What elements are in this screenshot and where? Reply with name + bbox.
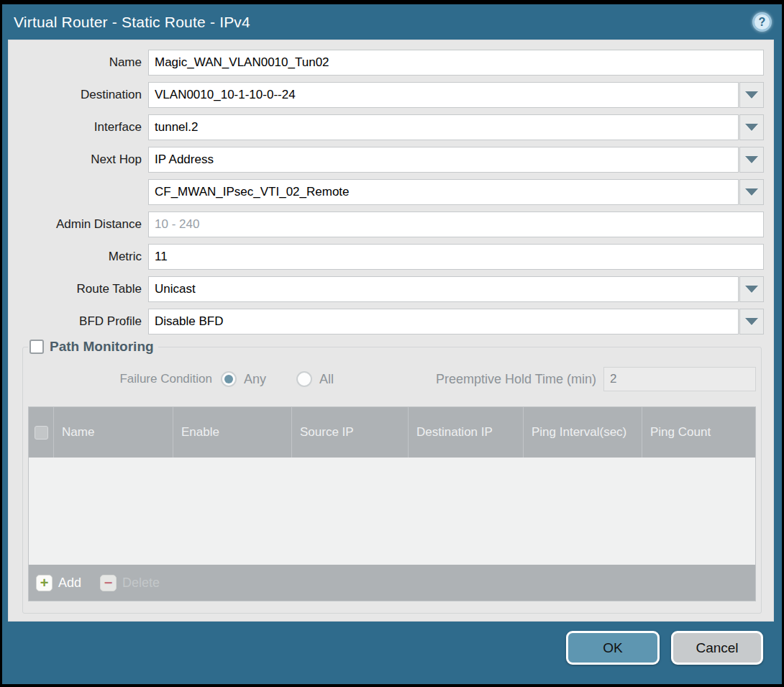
- table-header-row: Name Enable Source IP Destination IP Pin…: [29, 407, 755, 458]
- preemptive-hold-time-label: Preemptive Hold Time (min): [436, 372, 603, 387]
- path-monitoring-title: Path Monitoring: [50, 339, 154, 355]
- minus-icon: −: [100, 575, 117, 591]
- interface-input[interactable]: [148, 114, 739, 140]
- metric-input[interactable]: [148, 244, 764, 270]
- radio-selected-dot: [224, 375, 233, 383]
- chevron-down-icon: [745, 91, 758, 99]
- add-button[interactable]: + Add: [36, 575, 81, 591]
- failure-condition-all-option: All: [296, 371, 334, 387]
- chevron-down-icon: [745, 156, 758, 163]
- next-hop-dropdown-button[interactable]: [739, 147, 764, 173]
- destination-label: Destination: [9, 88, 148, 102]
- admin-distance-input[interactable]: [148, 211, 764, 237]
- name-label: Name: [9, 55, 148, 70]
- static-route-form: Name Destination Interface: [9, 40, 773, 335]
- next-hop-address-dropdown-button[interactable]: [739, 179, 764, 205]
- chevron-down-icon: [745, 188, 758, 196]
- path-monitoring-legend: Path Monitoring: [28, 339, 158, 355]
- failure-condition-any-option: Any: [221, 371, 266, 387]
- column-header-name: Name: [53, 407, 173, 458]
- chevron-down-icon: [745, 124, 758, 131]
- destination-input[interactable]: [148, 82, 739, 108]
- destination-row: Destination: [9, 82, 773, 108]
- dialog-title: Virtual Router - Static Route - IPv4: [14, 14, 250, 31]
- bfd-profile-row: BFD Profile: [9, 309, 773, 335]
- next-hop-address-input[interactable]: [148, 179, 739, 205]
- bfd-profile-input[interactable]: [148, 309, 739, 335]
- radio-any-label: Any: [244, 372, 266, 387]
- cancel-button[interactable]: Cancel: [671, 631, 763, 665]
- bfd-profile-dropdown-button[interactable]: [739, 309, 764, 335]
- plus-icon: +: [36, 575, 53, 591]
- delete-button-label: Delete: [122, 575, 160, 591]
- route-table-dropdown-button[interactable]: [739, 276, 764, 302]
- route-table-row: Route Table: [9, 276, 773, 302]
- interface-dropdown-button[interactable]: [739, 114, 764, 140]
- radio-any: [221, 371, 237, 387]
- delete-button: − Delete: [100, 575, 160, 591]
- next-hop-address-row: [9, 179, 773, 205]
- column-header-destination-ip: Destination IP: [408, 407, 523, 458]
- name-input[interactable]: [148, 50, 764, 76]
- select-all-checkbox: [35, 426, 48, 440]
- help-icon[interactable]: ?: [752, 12, 772, 32]
- path-monitoring-section: Path Monitoring Failure Condition Any Al…: [22, 339, 762, 614]
- chevron-down-icon: [745, 286, 758, 293]
- next-hop-type-input[interactable]: [148, 147, 739, 173]
- interface-label: Interface: [9, 120, 148, 135]
- radio-all: [296, 371, 312, 387]
- metric-row: Metric: [9, 244, 773, 270]
- admin-distance-label: Admin Distance: [9, 217, 148, 232]
- column-header-source-ip: Source IP: [291, 407, 408, 458]
- table-header-checkbox-cell: [29, 407, 53, 458]
- chevron-down-icon: [745, 318, 758, 325]
- radio-all-label: All: [319, 372, 334, 387]
- admin-distance-row: Admin Distance: [9, 211, 773, 237]
- ok-button[interactable]: OK: [566, 631, 660, 665]
- name-row: Name: [9, 50, 773, 76]
- next-hop-row: Next Hop: [9, 147, 773, 173]
- preemptive-hold-time-input: [603, 367, 756, 391]
- add-button-label: Add: [58, 575, 81, 591]
- table-body-empty: [29, 458, 755, 565]
- interface-row: Interface: [9, 114, 773, 140]
- bfd-profile-label: BFD Profile: [9, 314, 148, 329]
- path-monitoring-checkbox[interactable]: [29, 340, 44, 354]
- destination-dropdown-button[interactable]: [739, 82, 764, 108]
- preemptive-hold-time-group: Preemptive Hold Time (min): [436, 367, 756, 391]
- route-table-input[interactable]: [148, 276, 739, 302]
- dialog-titlebar: Virtual Router - Static Route - IPv4 ?: [2, 4, 782, 40]
- table-toolbar: + Add − Delete: [29, 565, 755, 601]
- next-hop-label: Next Hop: [9, 153, 148, 167]
- column-header-ping-count: Ping Count: [642, 407, 755, 458]
- failure-condition-label: Failure Condition: [28, 372, 221, 386]
- failure-condition-row: Failure Condition Any All Preemptive Hol…: [28, 366, 756, 392]
- metric-label: Metric: [9, 250, 148, 264]
- column-header-enable: Enable: [173, 407, 291, 458]
- static-route-dialog: Virtual Router - Static Route - IPv4 ? N…: [2, 4, 782, 684]
- dialog-footer: OK Cancel: [2, 622, 782, 684]
- column-header-ping-interval: Ping Interval(sec): [523, 407, 642, 458]
- dialog-content: Name Destination Interface: [8, 40, 774, 622]
- path-monitoring-table: Name Enable Source IP Destination IP Pin…: [28, 406, 756, 601]
- route-table-label: Route Table: [9, 282, 148, 296]
